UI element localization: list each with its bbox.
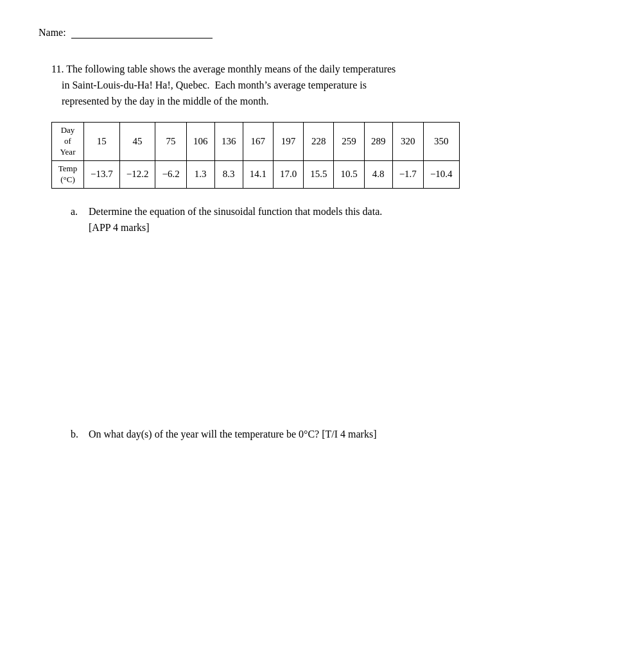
table-cell: 136	[214, 123, 243, 161]
table-cell: −6.2	[155, 161, 186, 189]
table-cell: 106	[186, 123, 214, 161]
sub-part-b-content: On what day(s) of the year will the temp…	[89, 427, 605, 443]
table-cell: 197	[273, 123, 303, 161]
table-cell: 228	[304, 123, 334, 161]
data-table: DayofYear 15 45 75 106 136 167 197 228 2…	[51, 122, 460, 188]
sub-part-a-content: Determine the equation of the sinusoidal…	[89, 204, 605, 236]
table-cell: 350	[423, 123, 459, 161]
table-cell: 17.0	[273, 161, 303, 189]
day-of-year-header: DayofYear	[52, 123, 84, 161]
table-cell: 15.5	[304, 161, 334, 189]
question-block: 11. The following table shows the averag…	[51, 62, 605, 443]
table-row-temp: Temp(°C) −13.7 −12.2 −6.2 1.3 8.3 14.1 1…	[52, 161, 460, 189]
table-cell: −1.7	[392, 161, 423, 189]
name-underline[interactable]	[71, 26, 213, 38]
question-intro-line1: The following table shows the average mo…	[66, 64, 396, 74]
question-intro-line3: represented by the day in the middle of …	[51, 96, 269, 107]
table-cell: 75	[155, 123, 186, 161]
table-cell: 1.3	[186, 161, 214, 189]
sub-part-a: a. Determine the equation of the sinusoi…	[71, 204, 605, 236]
table-cell: 14.1	[243, 161, 273, 189]
table-cell: 10.5	[334, 161, 364, 189]
temp-header: Temp(°C)	[52, 161, 84, 189]
sub-part-b: b. On what day(s) of the year will the t…	[71, 427, 605, 443]
sub-part-b-label: b.	[71, 427, 86, 443]
question-intro: 11. The following table shows the averag…	[51, 62, 605, 109]
sub-part-a-label: a.	[71, 204, 86, 220]
table-cell: 15	[84, 123, 120, 161]
table-cell: 8.3	[214, 161, 243, 189]
name-label: Name:	[39, 27, 66, 38]
table-cell: 320	[392, 123, 423, 161]
table-cell: 4.8	[364, 161, 392, 189]
work-area-a	[71, 247, 605, 427]
table-cell: 167	[243, 123, 273, 161]
table-row-header-day: DayofYear 15 45 75 106 136 167 197 228 2…	[52, 123, 460, 161]
name-section: Name:	[39, 26, 605, 38]
question-intro-line2: in Saint-Louis-du-Ha! Ha!, Quebec. Each …	[51, 80, 367, 90]
table-cell: 289	[364, 123, 392, 161]
table-cell: 45	[119, 123, 155, 161]
table-cell: −12.2	[119, 161, 155, 189]
question-number: 11.	[51, 64, 64, 74]
table-cell: 259	[334, 123, 364, 161]
sub-parts: a. Determine the equation of the sinusoi…	[71, 204, 605, 443]
table-cell: −13.7	[84, 161, 120, 189]
table-cell: −10.4	[423, 161, 459, 189]
